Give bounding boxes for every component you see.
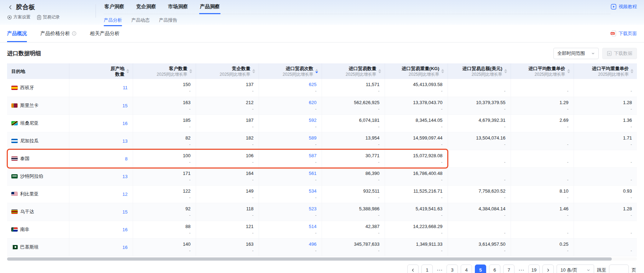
cell-value: 0.25 bbox=[516, 241, 569, 248]
metric-cell-import-trade-count: 592- bbox=[259, 114, 322, 132]
cell-value[interactable]: 534 bbox=[264, 188, 317, 194]
cell-value: 88 bbox=[138, 223, 191, 230]
sort-carets-import-trade-quantity[interactable] bbox=[378, 69, 381, 73]
horizontal-scrollbar-thumb[interactable] bbox=[7, 257, 612, 261]
cell-growth: - bbox=[390, 124, 443, 130]
more-pages-icon[interactable] bbox=[517, 269, 525, 271]
origin-count-link[interactable]: 16 bbox=[122, 227, 127, 232]
metric-cell-import-trade-quantity: 6,074,181- bbox=[322, 114, 385, 132]
nav-tab-product-insight[interactable]: 产品洞察 bbox=[199, 1, 220, 14]
metric-cell-import-trade-quantity: 30,771- bbox=[322, 150, 385, 167]
sort-carets-import-trade-count[interactable] bbox=[315, 69, 318, 73]
cell-value[interactable]: 589 bbox=[264, 135, 317, 141]
cell-growth: - bbox=[453, 195, 506, 200]
tab-related-product-analysis[interactable]: 相关产品分析 bbox=[90, 25, 120, 42]
cell-value: 150 bbox=[138, 81, 191, 88]
metric-cell-import-trade-amount-usd: 7,758,620.52- bbox=[448, 185, 511, 203]
origin-count-link[interactable]: 16 bbox=[122, 121, 127, 126]
nav-tab-market-insight[interactable]: 市场洞察 bbox=[167, 1, 189, 14]
video-tutorial-link[interactable]: 视频教程 bbox=[611, 4, 637, 10]
tab-product-overview[interactable]: 产品概况 bbox=[7, 25, 27, 42]
sort-carets-import-avg-weight-price[interactable] bbox=[631, 69, 633, 73]
sub-tab-product-news[interactable]: 产品动态 bbox=[131, 17, 150, 26]
cell-value: 45,413,093.58 bbox=[390, 81, 443, 88]
sub-nav: 产品分析产品动态产品报告 bbox=[104, 17, 611, 26]
cell-value: 1.71 bbox=[579, 135, 632, 141]
sort-asc-icon bbox=[252, 69, 255, 71]
scheme-settings-button[interactable]: 方案设置 bbox=[7, 14, 30, 20]
column-header-competitor-count[interactable]: 竞企数量2025同比增长率 bbox=[196, 63, 259, 79]
column-header-import-trade-quantity[interactable]: 进口贸易数量2025同比增长率 bbox=[322, 63, 385, 79]
time-range-value: 全部时间范围 bbox=[557, 50, 585, 57]
column-header-customer-count[interactable]: 客户数量2025同比增长率 bbox=[133, 63, 196, 79]
destination-name: 乌干达 bbox=[20, 209, 34, 215]
origin-count-link[interactable]: 15 bbox=[122, 103, 127, 108]
more-pages-icon[interactable] bbox=[436, 269, 444, 271]
time-range-select[interactable]: 全部时间范围 bbox=[553, 48, 599, 59]
page-button-6[interactable]: 6 bbox=[489, 265, 500, 273]
sort-carets-origin-count[interactable] bbox=[126, 69, 129, 73]
cell-value: 14,223,668.29 bbox=[390, 223, 443, 230]
metric-cell-import-avg-quantity-price: 1.29- bbox=[511, 97, 574, 114]
column-header-origin-count[interactable]: 原产地数量 bbox=[69, 63, 133, 79]
column-header-import-trade-count[interactable]: 进口贸易次数2025同比增长率 bbox=[259, 63, 322, 79]
next-page-button[interactable] bbox=[542, 265, 554, 273]
cell-value[interactable]: 625 bbox=[264, 81, 317, 88]
page-size-select[interactable]: 10 条/页 bbox=[557, 265, 594, 273]
destination-cell: 利比里亚 bbox=[7, 185, 69, 203]
metric-cell-import-trade-count: 534- bbox=[259, 185, 322, 203]
page-button-3[interactable]: 3 bbox=[447, 265, 458, 273]
sub-tab-product-report[interactable]: 产品报告 bbox=[159, 17, 177, 26]
origin-count-link[interactable]: 11 bbox=[123, 85, 128, 90]
tab-label: 产品价格分析 bbox=[40, 30, 70, 37]
origin-count-link[interactable]: 13 bbox=[122, 174, 127, 179]
flag-icon-sa bbox=[11, 174, 18, 178]
cell-value: 106 bbox=[201, 153, 254, 159]
cell-value[interactable]: 514 bbox=[264, 223, 317, 230]
prev-page-button[interactable] bbox=[407, 265, 419, 273]
cell-value[interactable]: 561 bbox=[264, 170, 317, 177]
trade-records-button[interactable]: 贸易记录 bbox=[37, 14, 60, 20]
cell-growth: - bbox=[453, 231, 506, 236]
page-button-1[interactable]: 1 bbox=[421, 265, 433, 273]
page-button-7[interactable]: 7 bbox=[503, 265, 514, 273]
sort-carets-import-avg-quantity-price[interactable] bbox=[567, 69, 570, 73]
origin-count-link[interactable]: 12 bbox=[122, 192, 127, 197]
metric-cell-import-avg-quantity-price: 8.10- bbox=[511, 185, 574, 203]
cell-value[interactable]: 523 bbox=[264, 206, 317, 212]
column-header-import-trade-weight-kg[interactable]: 进口贸易重量(KG)2025同比增长率 bbox=[385, 63, 448, 79]
sort-carets-import-trade-weight-kg[interactable] bbox=[441, 69, 444, 73]
page-button-4[interactable]: 4 bbox=[461, 265, 472, 273]
download-data-button[interactable]: 下载数据 bbox=[602, 48, 637, 59]
back-button[interactable] bbox=[7, 4, 14, 11]
origin-count-link[interactable]: 13 bbox=[122, 138, 127, 144]
jump-page-input[interactable] bbox=[609, 265, 629, 273]
column-header-import-avg-quantity-price[interactable]: 进口平均数量单价2025同比增长率 bbox=[511, 63, 574, 79]
cell-value[interactable]: 496 bbox=[264, 241, 317, 248]
cell-value: 121 bbox=[201, 223, 254, 230]
horizontal-scrollbar-track bbox=[7, 257, 637, 261]
cell-growth: - bbox=[138, 248, 191, 254]
nav-tab-customer-insight[interactable]: 客户洞察 bbox=[104, 1, 125, 14]
cell-value[interactable]: 587 bbox=[264, 153, 317, 159]
page-button-5[interactable]: 5 bbox=[475, 265, 486, 273]
cell-value[interactable]: 620 bbox=[264, 99, 317, 106]
column-sublabel: 2025同比增长率 bbox=[220, 72, 251, 77]
sort-carets-customer-count[interactable] bbox=[189, 69, 192, 73]
origin-count-link[interactable]: 16 bbox=[122, 245, 127, 250]
cell-value: 3,614,957.50 bbox=[453, 241, 506, 248]
download-page-button[interactable]: PDF 下载页面 bbox=[610, 30, 637, 37]
flag-icon-ni bbox=[11, 139, 18, 143]
tab-product-price-analysis[interactable]: 产品价格分析 bbox=[40, 25, 76, 42]
origin-count-link[interactable]: 15 bbox=[122, 209, 127, 215]
page-button-19[interactable]: 19 bbox=[528, 265, 540, 273]
cell-value: 16,786,400.48 bbox=[390, 170, 443, 177]
column-header-import-trade-amount-usd[interactable]: 进口贸易总额(美元)2025同比增长率 bbox=[448, 63, 511, 79]
sort-carets-competitor-count[interactable] bbox=[252, 69, 255, 73]
column-header-import-avg-weight-price[interactable]: 进口平均重量单价2025同比增长率 bbox=[574, 63, 637, 79]
cell-value[interactable]: 592 bbox=[264, 117, 317, 124]
origin-count-link[interactable]: 8 bbox=[125, 156, 127, 161]
sort-carets-import-trade-amount-usd[interactable] bbox=[504, 69, 507, 73]
nav-tab-competitor-insight[interactable]: 竞企洞察 bbox=[136, 1, 157, 14]
sort-asc-icon bbox=[441, 69, 444, 71]
